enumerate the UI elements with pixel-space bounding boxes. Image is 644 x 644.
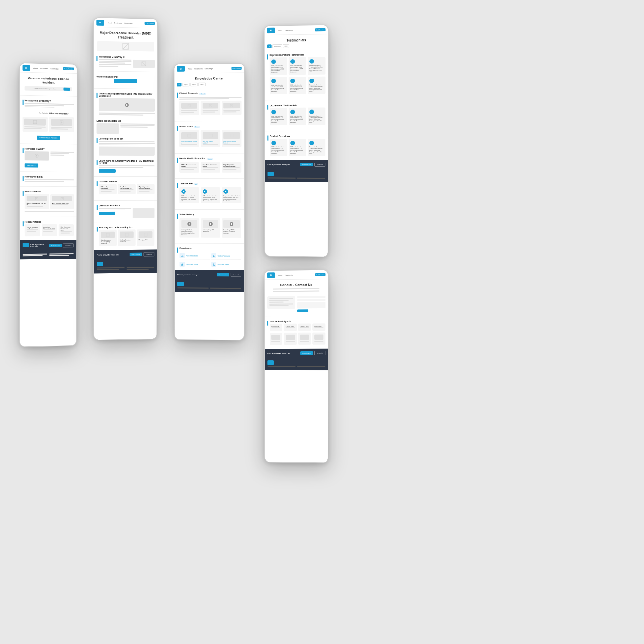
video-thumbnail[interactable] — [202, 220, 219, 228]
form-submit[interactable] — [297, 309, 308, 312]
footer-logo — [97, 262, 103, 266]
text-line — [24, 126, 46, 128]
section-content: News & Events News & Events Article Titl… — [25, 191, 74, 213]
svg-rect-18 — [125, 233, 128, 236]
nav-link[interactable]: Treatments — [39, 67, 49, 70]
nav-contact: B About Treatments Find Provider — [265, 270, 328, 280]
nav-link[interactable]: Knowledge — [204, 67, 213, 70]
nav-link[interactable]: Treatments — [284, 29, 293, 32]
divider — [174, 209, 244, 210]
text-line — [120, 123, 154, 125]
text-line — [224, 110, 240, 111]
download-btn[interactable] — [99, 212, 115, 215]
text-line — [25, 105, 64, 107]
filter-tab-all[interactable]: All — [267, 44, 272, 48]
find-provider-footer: Find a provider near you Find a Provider… — [265, 349, 328, 358]
text-line — [97, 269, 119, 270]
nav-link[interactable]: About — [187, 67, 192, 70]
contact-btn[interactable]: Contact Us — [314, 351, 325, 355]
play-button[interactable] — [125, 103, 129, 107]
svg-rect-17 — [106, 233, 109, 237]
country-label: Country, Brazil — [285, 326, 294, 327]
nav-cta[interactable]: Find Provider — [231, 67, 242, 70]
product-card: OCD patient created with BrainWay OCD lo… — [288, 139, 306, 156]
contact-btn[interactable]: Contact Us — [144, 252, 154, 256]
find-provider-btn[interactable]: Find a Provider — [130, 253, 142, 256]
find-provider-btn[interactable]: Find a Provider — [217, 273, 229, 276]
video-description: Deep Deep TMS Live Onset of Depression U… — [223, 229, 239, 234]
learn-more-btn[interactable] — [114, 79, 137, 83]
filter-tab-1[interactable]: Depression — [272, 44, 282, 48]
search-button[interactable] — [63, 88, 70, 91]
avatar — [309, 141, 314, 145]
video-thumbnail[interactable] — [181, 220, 197, 228]
contact-btn[interactable]: Contact Us — [230, 273, 241, 277]
filter-tab-2[interactable]: Topic 2 — [190, 83, 198, 86]
form-input[interactable] — [297, 296, 326, 298]
nav-testimonials: B About Treatments Find Provider — [265, 25, 328, 35]
testimonial-card: OCD patient created with BrainWay OCD lo… — [179, 187, 199, 203]
contact-form — [297, 296, 326, 312]
divider — [265, 316, 328, 316]
video-thumbnail[interactable] — [223, 220, 239, 228]
find-provider-btn[interactable]: Find a Provider — [49, 244, 62, 247]
filter-tab-3[interactable]: Topic 3 — [198, 83, 206, 86]
lorem-image-2 — [99, 147, 154, 156]
nav-cta[interactable]: Find Provider — [315, 273, 325, 276]
nav-cta[interactable]: Find a Provider — [63, 67, 74, 70]
find-provider-btn[interactable]: Find a Provider — [300, 163, 313, 166]
download-text: Research Paper — [217, 263, 229, 265]
divider — [94, 88, 157, 89]
nav-cta[interactable]: Find Provider — [315, 28, 325, 32]
section-content: Relevant Articles... TMS for Depression … — [99, 181, 154, 196]
play-button[interactable] — [229, 222, 233, 226]
page-title: Major Depressive Disorder (MDD) Treatmen… — [96, 31, 154, 40]
treat-btn[interactable]: For Healthcare Providers — [37, 136, 60, 140]
nav-link[interactable]: About — [107, 21, 112, 24]
form-input[interactable] — [297, 299, 326, 301]
text-line — [202, 112, 215, 113]
nav-link[interactable]: About — [33, 67, 38, 70]
you-may-title: You May also be interesting in... — [99, 226, 154, 229]
accent-bar — [177, 93, 178, 98]
testimonial-card: OCD patient created with BrainWay OCD lo… — [269, 108, 287, 125]
video-card: An insight Look at BrainWay Focused Psyc… — [179, 218, 199, 238]
article-card: TMS for Depression and Anxiety — [99, 184, 117, 194]
nav-link[interactable]: Treatments — [194, 67, 203, 70]
accent-bar — [23, 221, 23, 227]
text-line — [43, 231, 53, 232]
nav-link[interactable]: Knowledge — [50, 67, 59, 70]
text-line — [269, 302, 284, 303]
play-button[interactable] — [187, 222, 191, 226]
find-provider-btn[interactable]: Find a Provider — [300, 351, 313, 355]
filter-tab-1[interactable]: Topic 1 — [182, 83, 190, 86]
avatar — [181, 189, 186, 194]
play-button[interactable] — [209, 222, 212, 226]
nav-link[interactable]: Knowledge — [124, 22, 133, 24]
testimonial-text: Depression Patient Treated with BrainWay… — [309, 84, 323, 92]
screen-mdd: B About Treatments Knowledge Find Provid… — [94, 18, 157, 340]
hero-title: Vivamus scelerisque dolor ac tincidunt — [23, 77, 74, 85]
nav-link[interactable]: Treatments — [113, 22, 123, 24]
search-bar[interactable]: Search Terms and this goes here — [25, 86, 72, 92]
filter-tab-all[interactable]: All — [177, 83, 182, 86]
learn-more-btn[interactable]: Learn More — [25, 164, 38, 168]
relevant-section: Relevant Articles... TMS for Depression … — [94, 179, 157, 198]
nav-link[interactable]: About — [277, 29, 283, 32]
ocd-btn[interactable] — [99, 169, 116, 173]
video-title: Video Gallery — [179, 213, 193, 216]
nav-link[interactable]: Treatments — [284, 274, 293, 276]
clinical-tag: Clinical — [199, 93, 206, 95]
product-text: OCD patient created with BrainWay OCD lo… — [290, 146, 304, 154]
form-textarea[interactable] — [297, 302, 326, 309]
contact-btn[interactable]: Contact Us — [314, 163, 325, 167]
lorem-section-1: Lorem ipsum dolor set — [94, 118, 157, 136]
nav-cta[interactable]: Find Provider — [145, 22, 155, 25]
product-overviews-section: Product Overviews OCD patient created wi… — [265, 133, 328, 160]
video-description: An insight Look at BrainWay Focused Psyc… — [181, 229, 197, 236]
lorem-title-2: Lorem ipsum dolor set — [99, 137, 154, 140]
text-line — [120, 125, 154, 126]
filter-tab-2[interactable]: OCD — [283, 44, 289, 48]
contact-btn[interactable]: Contact Us — [63, 243, 74, 247]
nav-link[interactable]: About — [277, 274, 283, 276]
